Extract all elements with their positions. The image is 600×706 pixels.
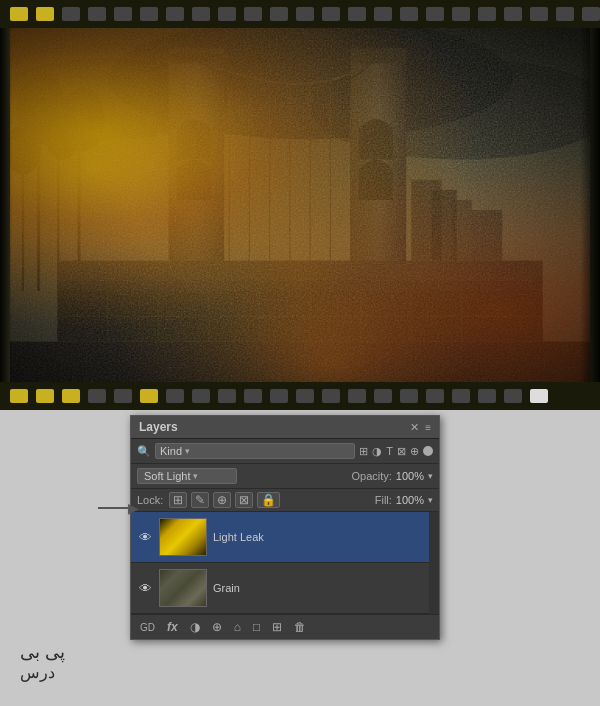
opacity-label: Opacity: <box>352 470 392 482</box>
film-strip-top <box>0 0 600 28</box>
arrow-head-icon: ▶ <box>128 500 139 516</box>
film-hole <box>374 389 392 403</box>
lock-fill-row: Lock: ⊞ ✎ ⊕ ⊠ 🔒 Fill: 100% ▾ <box>131 489 439 512</box>
color-circle-icon <box>423 446 433 456</box>
film-hole <box>322 389 340 403</box>
film-hole <box>400 389 418 403</box>
shape-filter-icon[interactable]: ⊠ <box>397 445 406 458</box>
bridge-scene <box>10 28 590 382</box>
filter-row: 🔍 Kind ▾ ⊞ ◑ T ⊠ ⊕ <box>131 439 439 464</box>
film-hole <box>556 7 574 21</box>
film-hole <box>244 389 262 403</box>
opacity-chevron: ▾ <box>428 471 433 481</box>
arrow-indicator: ▶ <box>98 500 139 516</box>
film-holes-bottom <box>0 389 600 403</box>
main-image-area <box>0 0 600 410</box>
film-hole <box>192 389 210 403</box>
film-hole <box>478 389 496 403</box>
link-layers-icon[interactable]: GD <box>137 621 158 634</box>
film-hole <box>62 389 80 403</box>
panel-header: Layers ✕ ≡ <box>131 416 439 439</box>
film-hole <box>452 389 470 403</box>
logo-text: پی بی <box>20 642 65 663</box>
film-hole <box>10 7 28 21</box>
film-hole <box>270 7 288 21</box>
film-hole <box>114 7 132 21</box>
kind-filter-label: Kind <box>160 445 182 457</box>
film-hole <box>296 7 314 21</box>
film-hole <box>426 7 444 21</box>
layers-scrollbar[interactable] <box>429 512 439 614</box>
film-hole <box>218 7 236 21</box>
film-hole <box>36 7 54 21</box>
film-hole <box>478 7 496 21</box>
fx-icon[interactable]: fx <box>164 619 181 635</box>
close-icon[interactable]: ✕ <box>410 421 419 434</box>
layer-name-grain: Grain <box>213 582 433 594</box>
kind-filter-dropdown[interactable]: Kind ▾ <box>155 443 355 459</box>
film-hole <box>348 389 366 403</box>
film-hole <box>10 389 28 403</box>
fill-value[interactable]: 100% <box>396 494 424 506</box>
film-hole <box>296 389 314 403</box>
film-hole <box>322 7 340 21</box>
layer-item-grain[interactable]: 👁 Grain <box>131 563 439 614</box>
film-hole <box>166 7 184 21</box>
light-leak-thumbnail-preview <box>160 519 206 555</box>
new-adjustment-icon[interactable]: ⊕ <box>209 619 225 635</box>
lock-move-icon[interactable]: ⊕ <box>213 492 231 508</box>
lock-icons-group: ⊞ ✎ ⊕ ⊠ 🔒 <box>169 492 280 508</box>
layers-list-container: 👁 Light Leak 👁 Grain <box>131 512 439 614</box>
film-hole <box>114 389 132 403</box>
blend-mode-value: Soft Light <box>144 470 190 482</box>
panel-title: Layers <box>139 420 178 434</box>
blend-mode-dropdown[interactable]: Soft Light ▾ <box>137 468 237 484</box>
new-layer-icon[interactable]: □ <box>250 619 263 635</box>
panel-toolbar: GD fx ◑ ⊕ ⌂ □ ⊞ 🗑 <box>131 614 439 639</box>
lock-label: Lock: <box>137 494 163 506</box>
film-hole <box>140 7 158 21</box>
lock-all-icon[interactable]: 🔒 <box>257 492 280 508</box>
lock-draw-icon[interactable]: ✎ <box>191 492 209 508</box>
lock-pixels-icon[interactable]: ⊞ <box>169 492 187 508</box>
fill-chevron: ▾ <box>428 495 433 505</box>
blend-mode-chevron: ▾ <box>193 471 198 481</box>
search-icon: 🔍 <box>137 445 151 458</box>
delete-layer-icon[interactable]: 🗑 <box>291 619 309 635</box>
blend-opacity-row: Soft Light ▾ Opacity: 100% ▾ <box>131 464 439 489</box>
layer-thumbnail-grain <box>159 569 207 607</box>
filter-icons-group: ⊞ ◑ T ⊠ ⊕ <box>359 445 433 458</box>
film-hole <box>504 389 522 403</box>
film-strip-bottom <box>0 382 600 410</box>
film-edge-right <box>580 28 600 382</box>
adjustment-filter-icon[interactable]: ◑ <box>372 445 382 458</box>
panel-menu-icon[interactable]: ≡ <box>425 422 431 433</box>
panel-header-icons: ✕ ≡ <box>410 421 431 434</box>
logo-svg: پی بی درس <box>15 628 95 688</box>
group-layers-icon[interactable]: ⌂ <box>231 619 244 635</box>
film-hole <box>62 7 80 21</box>
film-hole <box>270 389 288 403</box>
layers-list: 👁 Light Leak 👁 Grain <box>131 512 439 614</box>
visibility-icon-grain[interactable]: 👁 <box>137 581 153 596</box>
lock-artboard-icon[interactable]: ⊠ <box>235 492 253 508</box>
film-edge-left <box>0 28 12 382</box>
film-hole <box>582 7 600 21</box>
visibility-icon[interactable]: 👁 <box>137 530 153 545</box>
opacity-value[interactable]: 100% <box>396 470 424 482</box>
film-hole <box>452 7 470 21</box>
logo-subtext: درس <box>20 664 55 682</box>
type-filter-icon[interactable]: T <box>386 445 393 457</box>
layer-item-light-leak[interactable]: 👁 Light Leak <box>131 512 439 563</box>
film-hole <box>348 7 366 21</box>
svg-rect-43 <box>10 28 590 382</box>
smart-filter-icon[interactable]: ⊕ <box>410 445 419 458</box>
image-filter-icon[interactable]: ⊞ <box>359 445 368 458</box>
add-mask-icon[interactable]: ◑ <box>187 619 203 635</box>
opacity-controls: Opacity: 100% ▾ <box>243 470 433 482</box>
film-hole <box>504 7 522 21</box>
film-hole <box>374 7 392 21</box>
create-folder-icon[interactable]: ⊞ <box>269 619 285 635</box>
film-hole <box>192 7 210 21</box>
film-hole <box>244 7 262 21</box>
